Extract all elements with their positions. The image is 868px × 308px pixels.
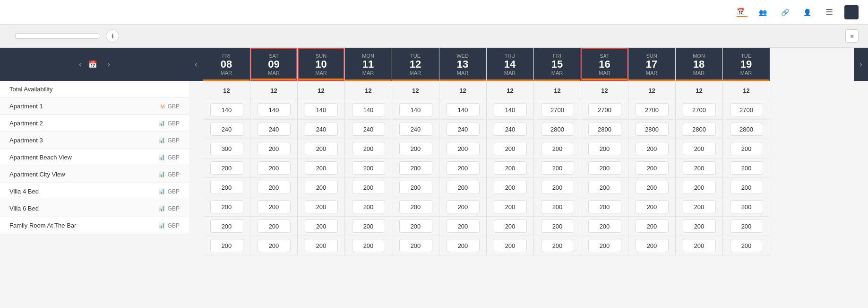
cell-villa-6-bed-col10[interactable] [676,217,722,236]
price-input[interactable] [683,220,716,233]
price-input[interactable] [541,123,574,136]
cell-apartment-1-col2[interactable] [298,100,344,120]
price-input[interactable] [305,239,338,252]
cell-apartment-3-col11[interactable] [723,139,770,158]
cell-apartment-3-col0[interactable] [203,139,250,158]
cell-villa-4-bed-col11[interactable] [723,197,770,217]
price-input[interactable] [636,220,669,233]
price-input[interactable] [447,200,480,213]
price-input[interactable] [588,239,621,252]
price-input[interactable] [588,103,621,116]
cell-apartment-beach-view-col6[interactable] [487,158,533,178]
price-input[interactable] [352,103,385,116]
price-input[interactable] [683,200,716,213]
cell-apartment-1-col3[interactable] [345,100,392,120]
cell-villa-4-bed-col8[interactable] [581,197,628,217]
price-input[interactable] [636,239,669,252]
price-input[interactable] [730,142,763,155]
cell-apartment-beach-view-col10[interactable] [676,158,722,178]
price-input[interactable] [494,181,527,194]
price-input[interactable] [210,103,243,116]
cell-apartment-city-view-col9[interactable] [628,178,675,197]
cell-apartment-2-col11[interactable] [723,120,770,139]
cell-apartment-2-col10[interactable] [676,120,722,139]
price-input[interactable] [447,161,480,175]
cell-apartment-city-view-col10[interactable] [676,178,722,197]
price-input[interactable] [399,220,432,233]
price-input[interactable] [636,142,669,155]
info-button[interactable]: ℹ [106,29,119,43]
cell-villa-6-bed-col9[interactable] [628,217,675,236]
cell-apartment-city-view-col6[interactable] [487,178,533,197]
cell-villa-6-bed-col3[interactable] [345,217,392,236]
price-input[interactable] [352,200,385,213]
price-input[interactable] [352,142,385,155]
user-avatar[interactable] [844,5,859,19]
price-input[interactable] [210,161,243,175]
price-input[interactable] [305,181,338,194]
price-input[interactable] [683,103,716,116]
price-input[interactable] [588,220,621,233]
cell-apartment-city-view-col3[interactable] [345,178,392,197]
cell-apartment-3-col7[interactable] [534,139,581,158]
nav-channels[interactable]: 🔗 [781,9,792,16]
cell-apartment-city-view-col5[interactable] [439,178,486,197]
price-input[interactable] [494,161,527,175]
price-input[interactable] [305,161,338,175]
cell-apartment-beach-view-col4[interactable] [392,158,439,178]
price-input[interactable] [683,161,716,175]
price-input[interactable] [683,181,716,194]
cell-villa-6-bed-col11[interactable] [723,217,770,236]
price-input[interactable] [730,123,763,136]
price-input[interactable] [447,220,480,233]
price-input[interactable] [258,220,291,233]
cell-apartment-2-col5[interactable] [439,120,486,139]
cell-villa-4-bed-col6[interactable] [487,197,533,217]
price-input[interactable] [399,239,432,252]
cell-villa-4-bed-col10[interactable] [676,197,722,217]
price-input[interactable] [210,123,243,136]
cell-villa-6-bed-col6[interactable] [487,217,533,236]
price-input[interactable] [683,142,716,155]
cell-apartment-city-view-col0[interactable] [203,178,250,197]
cell-family-room-at-the-bar-col3[interactable] [345,236,392,255]
price-input[interactable] [447,123,480,136]
cell-apartment-beach-view-col1[interactable] [250,158,297,178]
price-input[interactable] [399,103,432,116]
price-input[interactable] [541,181,574,194]
price-input[interactable] [399,123,432,136]
cell-apartment-beach-view-col11[interactable] [723,158,770,178]
cell-apartment-3-col9[interactable] [628,139,675,158]
cell-apartment-2-col8[interactable] [581,120,628,139]
cell-family-room-at-the-bar-col11[interactable] [723,236,770,255]
price-input[interactable] [305,103,338,116]
price-input[interactable] [305,142,338,155]
cell-apartment-1-col6[interactable] [487,100,533,120]
price-input[interactable] [730,161,763,175]
price-input[interactable] [541,220,574,233]
price-input[interactable] [447,142,480,155]
price-input[interactable] [683,239,716,252]
cell-villa-6-bed-col5[interactable] [439,217,486,236]
price-input[interactable] [494,200,527,213]
cell-family-room-at-the-bar-col5[interactable] [439,236,486,255]
cell-apartment-city-view-col11[interactable] [723,178,770,197]
cell-apartment-2-col9[interactable] [628,120,675,139]
cell-apartment-beach-view-col0[interactable] [203,158,250,178]
cell-villa-4-bed-col3[interactable] [345,197,392,217]
cell-apartment-3-col6[interactable] [487,139,533,158]
price-input[interactable] [636,181,669,194]
nav-help-center[interactable]: 👤 [803,9,814,16]
cell-apartment-city-view-col4[interactable] [392,178,439,197]
cell-villa-4-bed-col1[interactable] [250,197,297,217]
cell-apartment-beach-view-col2[interactable] [298,158,344,178]
cell-family-room-at-the-bar-col6[interactable] [487,236,533,255]
cell-apartment-2-col3[interactable] [345,120,392,139]
price-input[interactable] [305,220,338,233]
cell-villa-6-bed-col4[interactable] [392,217,439,236]
price-input[interactable] [494,239,527,252]
cell-apartment-3-col2[interactable] [298,139,344,158]
price-input[interactable] [636,200,669,213]
scroll-right-arrow[interactable]: › [854,48,868,81]
grid-menu-button[interactable]: ≡ [845,29,859,43]
